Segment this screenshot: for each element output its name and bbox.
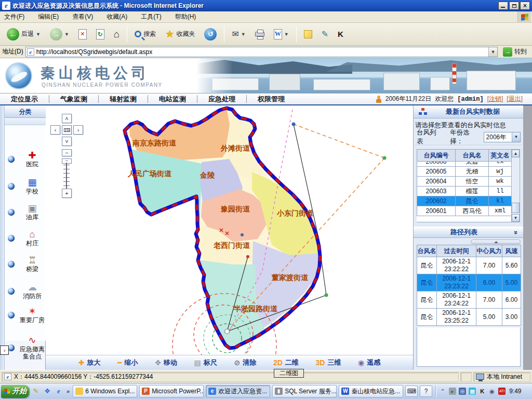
sidebar-item-assembly-point[interactable]: ∿应急撤离集合点 [5, 335, 46, 360]
refresh-button[interactable]: ↻ [92, 27, 108, 42]
year-dropdown-icon[interactable]: ▼ [512, 132, 520, 142]
tray-grid-icon[interactable]: ▦ [469, 388, 476, 395]
path-row[interactable]: 昆仑2006-12-123:22:227.005.60 [417, 257, 521, 274]
sidebar-item-fire-station[interactable]: ☁消防所 [5, 282, 46, 300]
typhoon-row[interactable]: 200605无稽wj [417, 167, 512, 177]
path-row[interactable]: 昆仑2006-12-123:25:225.003.00 [417, 309, 521, 326]
pan-down-button[interactable]: ˅ [62, 137, 72, 146]
quicklaunch-ie-icon[interactable]: e [54, 387, 63, 396]
layer-toggle-icon[interactable] [8, 156, 15, 163]
layer-toggle-icon[interactable] [8, 261, 15, 268]
layer-toggle-icon[interactable] [8, 288, 15, 295]
close-button[interactable]: × [520, 2, 530, 10]
back-button[interactable]: ← 后退 ▼ [3, 26, 44, 43]
map-tool-3d[interactable]: 3D三维 [315, 358, 341, 367]
panel-splitter[interactable] [471, 240, 521, 244]
menu-item-0[interactable]: 文件(F) [4, 13, 24, 20]
map-area[interactable]: 南京东路街道外滩街道人民广场街道金陵豫园街道小东门街道老西门街道董家渡街道半淞园… [46, 105, 413, 370]
sidebar-item-oil-depot[interactable]: ▣油库 [5, 203, 46, 221]
tray-kaspersky-icon[interactable]: K [478, 388, 486, 395]
path-list-bar[interactable]: 路径列表 » [414, 227, 523, 238]
tray-sql-icon[interactable]: ▸ [449, 388, 456, 395]
typhoon-row[interactable]: 200606太虚tx [417, 162, 512, 167]
scroll-down-icon[interactable]: ▼ [512, 214, 520, 222]
back-dropdown-icon[interactable]: ▼ [36, 32, 41, 37]
sidebar-expand-button[interactable]: › [0, 345, 9, 355]
tray-collapse-icon[interactable]: ⌃ [439, 388, 446, 395]
typhoon-row[interactable]: 200604悟空wk [417, 177, 512, 187]
address-dropdown-icon[interactable]: ▼ [488, 47, 497, 57]
scroll-thumb[interactable] [512, 203, 520, 213]
menu-item-2[interactable]: 查看(V) [72, 13, 93, 20]
search-button[interactable]: 搜索 [131, 28, 159, 41]
tray-volume-icon[interactable]: ◉ [488, 388, 496, 395]
menu-item-3[interactable]: 收藏(A) [107, 13, 127, 20]
language-keyboard-icon[interactable]: ⌨ [405, 385, 418, 397]
stop-button[interactable]: ✕ [75, 27, 90, 42]
go-button[interactable]: → 转到 [500, 47, 530, 57]
nav-tab-5[interactable]: 权限管理 [247, 94, 296, 104]
nav-tab-4[interactable]: 应急处理 [197, 94, 246, 104]
quicklaunch-pen-icon[interactable]: ✎ [31, 387, 41, 396]
forward-button[interactable]: → ▼ [46, 26, 73, 43]
map-tool-ruler[interactable]: ▤标尺 [194, 358, 217, 367]
sidebar-item-hospital[interactable]: ✚医院 [5, 150, 46, 168]
messenger-button[interactable] [300, 28, 316, 41]
address-field[interactable]: e ▼ [25, 47, 498, 57]
layer-toggle-icon[interactable] [8, 312, 15, 318]
layer-toggle-icon[interactable] [8, 209, 15, 216]
path-row[interactable]: 昆仑2006-12-123:23:226.005.00 [417, 274, 521, 291]
forward-dropdown-icon[interactable]: ▼ [64, 32, 69, 37]
home-button[interactable]: ⌂ [110, 28, 123, 41]
collapse-chevrons-icon[interactable]: » [512, 230, 520, 234]
help-tray-icon[interactable]: ? [420, 385, 432, 397]
pan-up-button[interactable]: ˄ [62, 114, 72, 123]
typhoon-row[interactable]: 200602昆仑kl [417, 196, 512, 206]
zoom-out-step-button[interactable]: − [62, 149, 72, 156]
map-tool-remote-sensing[interactable]: ◉遥感 [358, 358, 380, 367]
map-tool-zoom-in[interactable]: ✚放大 [78, 358, 101, 367]
typhoon-row[interactable]: 200601西马伦xml [417, 206, 512, 216]
map-tool-pan[interactable]: ✥移动 [155, 358, 177, 367]
path-row[interactable]: 昆仑2006-12-123:24:227.006.00 [417, 291, 521, 309]
menu-item-4[interactable]: 工具(T) [141, 13, 161, 20]
tray-ati-icon[interactable]: ATI [498, 388, 506, 395]
layer-toggle-icon[interactable] [8, 183, 15, 190]
map-tool-2d[interactable]: 2D二维 [273, 358, 299, 367]
minimize-button[interactable] [498, 2, 508, 10]
sidebar-item-bridge[interactable]: ♖桥梁 [5, 255, 46, 273]
task-button-ie[interactable]: e欢迎进入应急资... [206, 385, 270, 397]
menu-item-5[interactable]: 帮助(H) [175, 13, 196, 20]
restore-button[interactable] [509, 2, 519, 10]
sidebar-item-school[interactable]: ▦学校 [5, 177, 46, 195]
tray-network-icon[interactable]: ⊞ [459, 388, 466, 395]
task-button-word[interactable]: W秦山核电站应急... [339, 385, 403, 397]
pan-right-button[interactable]: › [73, 125, 83, 135]
mail-button[interactable]: ✉▼ [228, 27, 249, 41]
pan-left-button[interactable]: ‹ [50, 125, 60, 135]
nav-tab-0[interactable]: 定位显示 [0, 94, 49, 104]
sidebar-item-important-plant[interactable]: ✶重要厂房 [5, 306, 46, 324]
year-select[interactable]: 2006年 ▼ [484, 132, 521, 142]
map-tool-zoom-out[interactable]: ━缩小 [117, 358, 138, 367]
task-group-dropdown-icon[interactable]: ▼ [137, 389, 138, 394]
view-mode-tab[interactable]: 二维图 [274, 369, 304, 378]
task-button-powerpoint[interactable]: PMicrosoft PowerP... [139, 385, 204, 397]
map-tool-clear[interactable]: ⊘清除 [234, 358, 257, 367]
address-input[interactable] [36, 48, 486, 56]
edit-pen-button[interactable]: ✎ [318, 27, 332, 41]
edit-word-button[interactable]: W▼ [270, 27, 292, 42]
zoom-in-step-button[interactable]: + [62, 189, 72, 198]
menu-item-1[interactable]: 编辑(E) [38, 13, 59, 20]
nav-tab-3[interactable]: 电站监测 [148, 94, 197, 104]
history-button[interactable]: ↺ [201, 26, 220, 43]
quicklaunch-desktop-icon[interactable]: ❖ [43, 387, 52, 396]
layer-toggle-icon[interactable] [8, 235, 15, 242]
print-button[interactable] [251, 30, 268, 38]
typhoon-table-scrollbar[interactable]: ▲ ▼ [511, 149, 520, 222]
center-extent-button[interactable] [62, 125, 72, 135]
favorites-button[interactable]: ★ 收藏夹 [162, 28, 198, 41]
task-button-folder[interactable]: 6 Windows Expl...▼ [73, 385, 137, 397]
nav-tab-1[interactable]: 气象监测 [49, 94, 98, 104]
logout-link[interactable]: [注销] [487, 95, 503, 103]
